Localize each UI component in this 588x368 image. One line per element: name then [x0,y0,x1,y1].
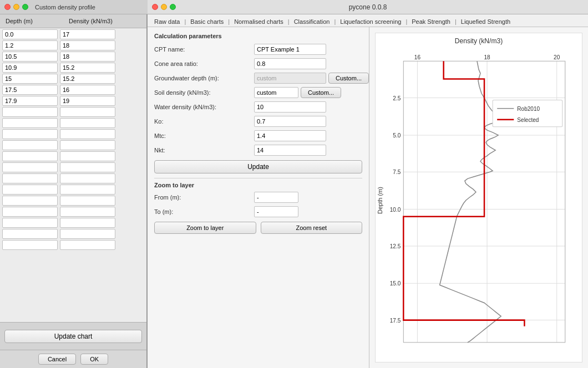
density-input[interactable] [60,63,115,73]
depth-input[interactable] [2,185,58,195]
depth-input[interactable] [2,96,58,106]
density-input[interactable] [60,52,115,62]
minimize-icon[interactable] [13,4,19,10]
depth-input[interactable] [2,85,58,95]
cancel-button[interactable]: Cancel [38,354,76,365]
depth-input[interactable] [2,29,58,39]
density-input[interactable] [60,196,115,206]
table-row [2,151,144,161]
content-area: Calculation parameters CPT name:Cone are… [148,27,588,368]
density-input[interactable] [60,218,115,228]
depth-input[interactable] [2,218,58,228]
depth-input[interactable] [2,63,58,73]
zoom-buttons: Zoom to layer Zoom reset [154,222,362,234]
depth-input[interactable] [2,74,58,84]
form-label-5: Ko: [154,118,254,125]
depth-input[interactable] [2,229,58,239]
density-input[interactable] [60,29,115,39]
form-input-4[interactable] [254,101,326,113]
main-close-icon[interactable] [152,4,158,10]
density-input[interactable] [60,96,115,106]
density-input[interactable] [60,129,115,139]
maximize-icon[interactable] [22,4,28,10]
depth-col-header: Depth (m) [3,17,64,25]
density-input[interactable] [60,85,115,95]
ok-button[interactable]: OK [80,354,108,365]
form-input-3[interactable] [254,87,298,98]
main-window-title: pycone 0.0.8 [349,3,387,11]
form-row-3: Soil density (kN/m3):Custom... [154,87,362,98]
main-minimize-icon[interactable] [161,4,167,10]
left-window-title: Custom density profile [35,4,95,11]
density-input[interactable] [60,151,115,161]
density-input[interactable] [60,118,115,128]
depth-input[interactable] [2,196,58,206]
density-input[interactable] [60,162,115,172]
density-input[interactable] [60,107,115,117]
density-input[interactable] [60,229,115,239]
depth-input[interactable] [2,151,58,161]
nav-tab-normalised-charts[interactable]: Normalised charts [231,17,287,27]
form-input-5[interactable] [254,116,326,127]
depth-input[interactable] [2,162,58,172]
form-input-0[interactable] [254,44,326,55]
form-panel: Calculation parameters CPT name:Cone are… [148,27,369,368]
form-row-6: Mtc: [154,130,362,141]
depth-input[interactable] [2,240,58,250]
data-rows-container [0,28,146,322]
nav-tab-classification[interactable]: Classification [291,17,333,27]
depth-input[interactable] [2,173,58,183]
zoom-to-input[interactable] [254,206,298,217]
update-button[interactable]: Update [154,160,362,173]
form-input-6[interactable] [254,130,326,141]
density-input[interactable] [60,240,115,250]
table-row [2,207,144,217]
nav-tab-raw-data[interactable]: Raw data [151,17,183,27]
depth-input[interactable] [2,207,58,217]
form-label-0: CPT name: [154,46,254,53]
traffic-lights [4,4,28,10]
custom-button-2[interactable]: Custom... [328,73,369,84]
svg-text:Depth (m): Depth (m) [377,187,383,214]
density-input[interactable] [60,74,115,84]
zoom-to-layer-button[interactable]: Zoom to layer [154,222,256,234]
density-input[interactable] [60,207,115,217]
chart-title: Density (kN/m3) [455,37,503,45]
density-input[interactable] [60,185,115,195]
table-row [2,118,144,128]
form-input-1[interactable] [254,58,326,69]
update-chart-button[interactable]: Update chart [4,330,142,343]
form-input-2[interactable] [254,73,326,84]
table-row [2,196,144,206]
depth-input[interactable] [2,52,58,62]
form-row-2: Groundwater depth (m):Custom... [154,73,362,84]
depth-input[interactable] [2,118,58,128]
depth-input[interactable] [2,107,58,117]
zoom-from-input[interactable] [254,192,298,203]
density-input[interactable] [60,40,115,50]
nav-tab-basic-charts[interactable]: Basic charts [187,17,227,27]
depth-input[interactable] [2,140,58,150]
rob2010-line [440,61,501,343]
table-row [2,173,144,183]
depth-input[interactable] [2,129,58,139]
custom-button-3[interactable]: Custom... [301,87,341,98]
svg-text:5.0: 5.0 [393,132,401,139]
nav-tab-liquefied-strength[interactable]: Liquefied Strength [458,17,514,27]
density-input[interactable] [60,173,115,183]
nav-tab-peak-strength[interactable]: Peak Strength [408,17,454,27]
depth-input[interactable] [2,40,58,50]
table-row [2,40,144,50]
density-input[interactable] [60,140,115,150]
svg-text:15.0: 15.0 [390,280,401,287]
close-icon[interactable] [4,4,11,10]
svg-text:20: 20 [554,54,560,60]
left-panel-footer: Cancel OK [0,350,146,368]
chart-container: Density (kN/m3) 16 18 20 [375,33,582,362]
calc-params-title: Calculation parameters [154,33,362,39]
form-input-7[interactable] [254,145,326,156]
svg-text:17.5: 17.5 [390,318,401,324]
main-maximize-icon[interactable] [170,4,176,10]
nav-tab-liquefaction-screening[interactable]: Liquefaction screening [337,17,404,27]
zoom-reset-button[interactable]: Zoom reset [261,222,363,234]
